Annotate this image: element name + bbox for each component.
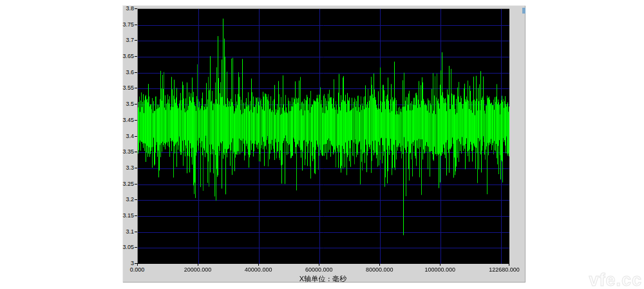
y-axis-label: 3.05 xyxy=(122,244,134,250)
y-axis-label: 3.25 xyxy=(122,181,134,187)
y-axis-label: 3.65 xyxy=(122,54,134,59)
y-axis-tick xyxy=(135,104,137,105)
y-axis-label: 3.6 xyxy=(122,70,134,75)
y-axis-tick xyxy=(135,56,137,57)
y-axis-tick xyxy=(135,168,137,168)
y-axis-label: 3.75 xyxy=(122,22,134,28)
y-axis-tick xyxy=(135,199,137,200)
x-axis-tick xyxy=(440,263,440,266)
y-axis-tick xyxy=(135,215,137,216)
x-axis-label: 60000.000 xyxy=(305,266,333,273)
y-axis-tick xyxy=(135,88,137,88)
x-axis-tick xyxy=(258,263,259,266)
y-axis-label: 3.15 xyxy=(122,213,134,219)
y-axis-tick xyxy=(135,120,137,121)
x-axis-unit-label: X轴单位：毫秒 xyxy=(137,274,509,284)
watermark-text: vfe.cc xyxy=(589,270,642,289)
y-axis-tick xyxy=(135,136,137,137)
waveform-plot-canvas xyxy=(137,8,509,264)
y-axis-label: 3.4 xyxy=(122,134,134,139)
y-axis-label: 3.2 xyxy=(122,197,134,203)
x-axis-label: 80000.000 xyxy=(366,266,393,273)
x-axis-tick xyxy=(137,263,138,266)
x-axis-label: 20000.000 xyxy=(184,266,212,273)
x-axis-label: 40000.000 xyxy=(245,266,272,273)
y-axis-label: 3.7 xyxy=(122,37,134,43)
x-axis-label: 0.000 xyxy=(130,266,145,273)
y-axis-label: 3.8 xyxy=(122,6,134,12)
y-axis-label: 3.55 xyxy=(122,85,134,91)
y-axis-tick xyxy=(135,8,137,9)
x-axis-tick xyxy=(379,263,380,266)
x-axis-label: 122680.000 xyxy=(489,266,520,273)
y-axis-tick xyxy=(135,247,137,248)
y-axis-tick xyxy=(135,184,137,184)
y-axis-label: 3.3 xyxy=(122,165,134,171)
x-axis-tick xyxy=(509,263,509,266)
y-axis-label: 3.45 xyxy=(122,117,134,123)
y-axis-tick xyxy=(135,25,137,25)
waveform-panel: 3.83.753.73.653.63.553.53.453.43.353.33.… xyxy=(122,5,526,283)
panel-corner-marker xyxy=(522,8,526,14)
y-axis-tick xyxy=(135,232,137,232)
y-axis-label: 3 xyxy=(122,261,134,266)
y-axis-label: 3.35 xyxy=(122,149,134,155)
y-axis-label: 3.1 xyxy=(122,229,134,235)
y-axis-label: 3.5 xyxy=(122,101,134,107)
x-axis-tick xyxy=(319,263,319,266)
x-axis-tick xyxy=(198,263,198,266)
y-axis-tick xyxy=(135,40,137,41)
y-axis-tick xyxy=(135,72,137,73)
x-axis-label: 100000.000 xyxy=(425,266,456,273)
y-axis-tick xyxy=(135,152,137,152)
